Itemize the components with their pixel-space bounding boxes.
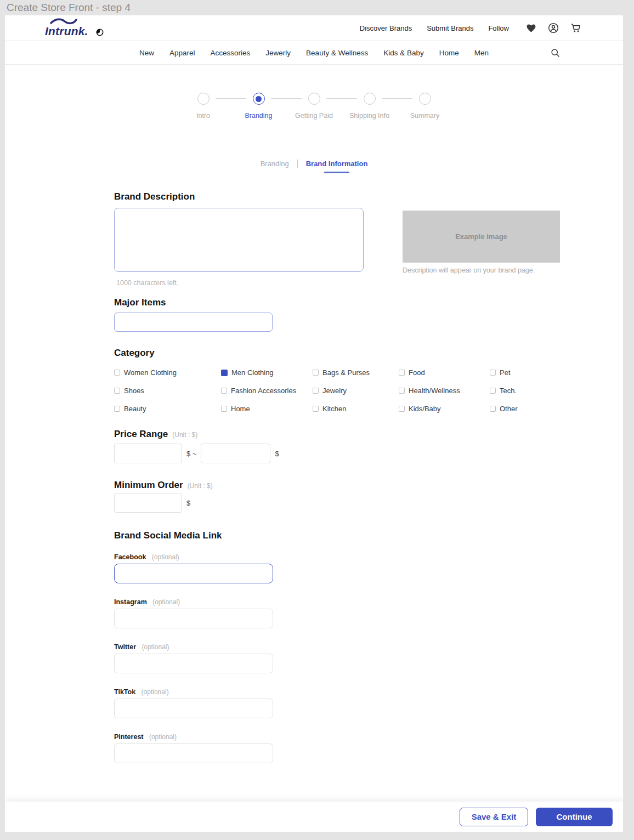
optional-note: (optional) xyxy=(152,553,179,561)
tab-label: Brand Information xyxy=(306,160,368,168)
price-min-input[interactable] xyxy=(114,444,182,463)
tab-brand-information[interactable]: Brand Information xyxy=(306,158,368,173)
price-range-unit-note: (Unit : $) xyxy=(172,431,197,439)
category-checkbox-pet[interactable]: Pet xyxy=(490,368,623,377)
instagram-input[interactable] xyxy=(114,609,273,628)
nav-item-kids-baby[interactable]: Kids & Baby xyxy=(383,49,424,57)
heart-icon[interactable] xyxy=(526,23,536,33)
twitter-label: Twitter xyxy=(114,643,136,651)
stepper-step-getting-paid[interactable]: Getting Paid xyxy=(286,93,342,120)
checkbox-label: Health/Wellness xyxy=(409,387,460,395)
page: Intrunk. Discover Brands Submit Brands F… xyxy=(5,15,623,832)
checkbox-label: Beauty xyxy=(124,405,146,413)
checkbox-label: Bags & Purses xyxy=(322,368,370,377)
step-label: Branding xyxy=(245,112,272,120)
category-checkbox-tech[interactable]: Tech. xyxy=(490,387,623,395)
twitter-input[interactable] xyxy=(114,654,273,673)
header-icons xyxy=(526,22,581,33)
stepper-step-shipping-info[interactable]: Shipping Info xyxy=(342,93,397,120)
category-checkbox-kids-baby[interactable]: Kids/Baby xyxy=(399,405,490,413)
optional-note: (optional) xyxy=(152,598,180,606)
price-suffix-text: $ xyxy=(275,450,279,458)
stepper-step-summary[interactable]: Summary xyxy=(397,93,452,120)
checkbox-label: Tech. xyxy=(500,387,517,395)
step-circle xyxy=(364,93,376,105)
category-checkbox-men-clothing[interactable]: Men Clothing xyxy=(221,368,313,377)
checkbox-icon xyxy=(490,406,496,412)
minimum-order-input[interactable] xyxy=(114,493,182,513)
follow-link[interactable]: Follow xyxy=(488,24,509,32)
step-label: Getting Paid xyxy=(295,112,333,120)
active-tab-underline xyxy=(324,172,349,173)
category-checkbox-women-clothing[interactable]: Women Clothing xyxy=(114,368,221,377)
characters-left-hint: 1000 characters left. xyxy=(114,279,364,287)
globe-icon[interactable] xyxy=(96,29,104,36)
checkbox-label: Pet xyxy=(500,368,511,377)
cart-icon[interactable] xyxy=(570,22,581,33)
save-exit-button[interactable]: Save & Exit xyxy=(460,808,528,826)
facebook-input[interactable] xyxy=(114,564,273,583)
branding-tabs: Branding Brand Information xyxy=(5,158,623,175)
account-icon[interactable] xyxy=(548,22,559,33)
example-image-caption: Description will appear on your brand pa… xyxy=(403,266,560,274)
nav-item-jewerly[interactable]: Jewerly xyxy=(265,49,291,57)
price-max-input[interactable] xyxy=(201,444,270,463)
category-checkbox-food[interactable]: Food xyxy=(399,368,490,377)
pinterest-label: Pinterest xyxy=(114,733,144,741)
checkbox-label: Home xyxy=(231,405,250,413)
nav-item-men[interactable]: Men xyxy=(474,49,489,57)
discover-brands-link[interactable]: Discover Brands xyxy=(360,24,412,32)
submit-brands-link[interactable]: Submit Brands xyxy=(427,24,473,32)
checkbox-icon xyxy=(399,388,405,394)
social-field-instagram: Instagram (optional) xyxy=(114,597,623,628)
example-image-label: Example Image xyxy=(455,232,507,241)
tiktok-input[interactable] xyxy=(114,699,273,718)
category-checkbox-home[interactable]: Home xyxy=(221,405,313,413)
social-field-pinterest: Pinterest (optional) xyxy=(114,731,623,763)
window-title-bar: Create Store Front - step 4 xyxy=(0,0,634,15)
social-field-twitter: Twitter (optional) xyxy=(114,642,623,673)
checkbox-label: Fashion Accessories xyxy=(231,387,296,395)
optional-note: (optional) xyxy=(149,733,177,741)
brand-description-textarea[interactable] xyxy=(114,208,364,272)
step-circle xyxy=(253,93,265,105)
step-circle xyxy=(308,93,320,105)
checkbox-label: Kids/Baby xyxy=(409,405,441,413)
minimum-order-heading: Minimum Order xyxy=(114,480,183,491)
tab-branding[interactable]: Branding xyxy=(261,158,289,168)
stepper-step-intro[interactable]: Intro xyxy=(176,93,231,120)
nav-item-new[interactable]: New xyxy=(139,49,154,57)
category-checkbox-fashion-accessories[interactable]: Fashion Accessories xyxy=(221,387,313,395)
nav-item-beauty-wellness[interactable]: Beauty & Wellness xyxy=(306,49,368,57)
form-content: Brand Description 1000 characters left. … xyxy=(5,191,623,763)
nav-item-accessories[interactable]: Accessories xyxy=(211,49,251,57)
category-checkbox-jewelry[interactable]: Jewelry xyxy=(313,387,399,395)
checkbox-icon xyxy=(114,406,120,412)
stepper-step-branding[interactable]: Branding xyxy=(231,93,286,120)
continue-button[interactable]: Continue xyxy=(536,808,613,826)
window-title: Create Store Front - step 4 xyxy=(7,2,131,14)
search-icon[interactable] xyxy=(551,48,560,59)
minimum-order-row: $ xyxy=(114,493,623,513)
major-items-input[interactable] xyxy=(114,313,273,332)
step-circle xyxy=(419,93,431,105)
minimum-order-unit-note: (Unit : $) xyxy=(188,482,213,490)
nav-item-home[interactable]: Home xyxy=(439,49,459,57)
nav-item-apparel[interactable]: Apparel xyxy=(169,49,195,57)
brand-logo[interactable]: Intrunk. xyxy=(45,19,88,38)
category-checkbox-kitchen[interactable]: Kitchen xyxy=(313,405,399,413)
checkbox-icon xyxy=(399,406,405,412)
category-checkbox-bags-purses[interactable]: Bags & Purses xyxy=(313,368,399,377)
price-range-heading: Price Range xyxy=(114,429,168,440)
category-checkbox-other[interactable]: Other xyxy=(490,405,623,413)
pinterest-input[interactable] xyxy=(114,743,273,763)
logo-wave-icon xyxy=(49,18,78,25)
category-checkbox-beauty[interactable]: Beauty xyxy=(114,405,221,413)
category-checkbox-health-wellness[interactable]: Health/Wellness xyxy=(399,387,490,395)
step-label: Shipping Info xyxy=(349,112,389,120)
step-label: Intro xyxy=(196,112,210,120)
checkbox-icon xyxy=(490,388,496,394)
checkbox-icon xyxy=(114,388,120,394)
category-grid: Women Clothing Men Clothing Bags & Purse… xyxy=(114,364,623,418)
category-checkbox-shoes[interactable]: Shoes xyxy=(114,387,221,395)
